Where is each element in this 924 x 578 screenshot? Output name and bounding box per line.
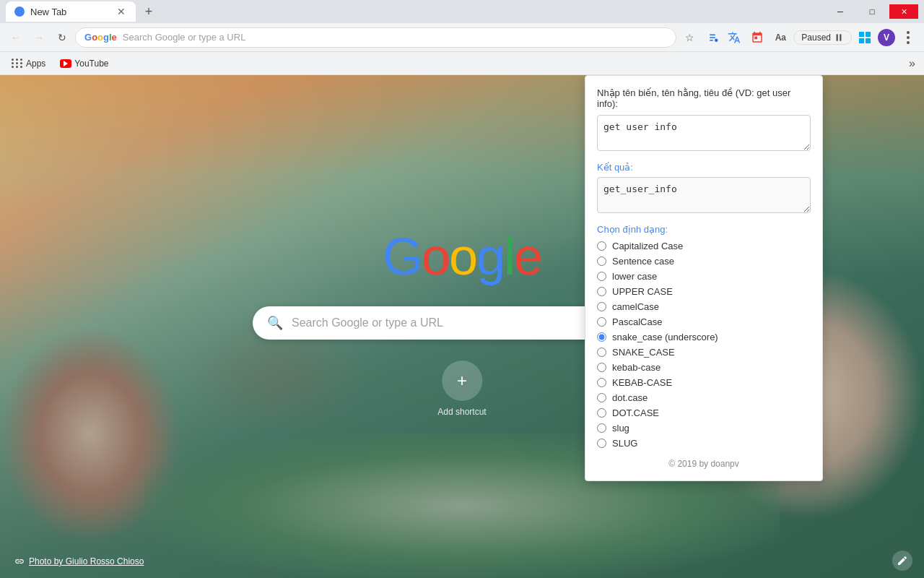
search-placeholder-text: Search Google or type a URL <box>292 316 443 329</box>
format-label-kebab_upper: KEBAB-CASE <box>612 377 672 388</box>
close-button[interactable]: ✕ <box>889 4 918 19</box>
svg-rect-4 <box>866 32 871 37</box>
bookmarks-more-button[interactable]: » <box>906 56 918 72</box>
tab-favicon <box>14 7 25 17</box>
panel-footer: © 2019 by doanpv <box>597 459 811 469</box>
add-icon: + <box>457 371 467 391</box>
svg-rect-1 <box>837 34 838 40</box>
format-label-camel: camelCase <box>612 301 659 312</box>
format-radio-capitalized[interactable] <box>597 241 606 251</box>
format-label-snake: snake_case (underscore) <box>612 332 718 342</box>
window-controls: ─ □ ✕ <box>826 4 918 19</box>
result-output[interactable] <box>597 177 811 213</box>
format-option-kebab[interactable]: kebab-case <box>597 362 811 373</box>
add-shortcut-label: Add shortcut <box>437 407 486 417</box>
format-label: Chọn định dạng: <box>597 224 811 235</box>
format-radio-snake_upper[interactable] <box>597 348 606 357</box>
format-radio-dot[interactable] <box>597 393 606 402</box>
windows-icon[interactable] <box>855 27 875 48</box>
format-radio-lower[interactable] <box>597 272 606 281</box>
customize-button[interactable] <box>892 551 912 571</box>
extension-icons <box>702 27 744 48</box>
link-icon <box>14 556 25 566</box>
format-radio-slug[interactable] <box>597 423 606 433</box>
format-label-kebab: kebab-case <box>612 362 661 373</box>
apps-grid-icon <box>12 59 23 68</box>
result-label: Kết quả: <box>597 162 811 173</box>
translate-icon[interactable] <box>724 27 744 48</box>
paused-badge[interactable]: Paused <box>793 30 852 45</box>
bookmark-youtube[interactable]: YouTube <box>54 56 114 72</box>
format-option-snake_upper[interactable]: SNAKE_CASE <box>597 347 811 358</box>
add-shortcut-button[interactable]: + Add shortcut <box>437 361 486 417</box>
format-option-slug_upper[interactable]: SLUG <box>597 438 811 449</box>
apps-label: Apps <box>26 59 45 69</box>
title-bar: New Tab ✕ + ─ □ ✕ <box>0 0 924 23</box>
photo-credit[interactable]: Photo by Giulio Rosso Chioso <box>14 556 144 566</box>
format-radio-pascal[interactable] <box>597 317 606 327</box>
chrome-menu-button[interactable] <box>898 27 918 48</box>
format-option-snake[interactable]: snake_case (underscore) <box>597 332 811 342</box>
format-option-sentence[interactable]: Sentence case <box>597 256 811 267</box>
format-label-dot_upper: DOT.CASE <box>612 407 659 418</box>
format-label-slug: slug <box>612 423 629 434</box>
format-radio-slug_upper[interactable] <box>597 439 606 448</box>
bookmarks-bar: Apps YouTube » <box>0 52 924 75</box>
tab-title: New Tab <box>30 7 66 17</box>
bookmark-star-button[interactable]: ☆ <box>679 27 699 48</box>
format-option-upper[interactable]: UPPER CASE <box>597 286 811 297</box>
youtube-label: YouTube <box>74 59 108 69</box>
format-radio-kebab[interactable] <box>597 363 606 372</box>
user-avatar-button[interactable]: V <box>878 29 895 46</box>
minimize-button[interactable]: ─ <box>826 4 855 19</box>
svg-rect-3 <box>859 32 864 37</box>
forward-button[interactable]: → <box>29 27 49 48</box>
extension-panel: Nhập tên biến, tên hằng, tiêu đề (VD: ge… <box>585 75 823 481</box>
new-tab-button[interactable]: + <box>139 1 159 22</box>
maximize-button[interactable]: □ <box>858 4 886 19</box>
paint-icon[interactable] <box>702 27 723 48</box>
browser-toolbar: ← → ↻ Google Search Google or type a URL… <box>0 23 924 52</box>
format-label-dot: dot.case <box>612 392 648 403</box>
format-label-snake_upper: SNAKE_CASE <box>612 347 675 358</box>
address-bar[interactable]: Google Search Google or type a URL <box>75 27 676 48</box>
format-radio-sentence[interactable] <box>597 256 606 266</box>
main-content: Google 🔍 Search Google or type a URL + A… <box>0 75 924 578</box>
svg-rect-6 <box>866 38 871 43</box>
format-options: Capitalized CaseSentence caselower caseU… <box>597 241 811 449</box>
refresh-button[interactable]: ↻ <box>52 27 72 48</box>
back-button[interactable]: ← <box>6 27 26 48</box>
address-text: Search Google or type a URL <box>123 32 246 43</box>
format-option-camel[interactable]: camelCase <box>597 301 811 312</box>
format-option-dot[interactable]: dot.case <box>597 392 811 403</box>
photo-credit-text: Photo by Giulio Rosso Chioso <box>29 556 144 566</box>
youtube-icon <box>60 59 71 68</box>
format-option-dot_upper[interactable]: DOT.CASE <box>597 407 811 418</box>
tab-close-button[interactable]: ✕ <box>116 6 127 17</box>
paused-label: Paused <box>801 33 831 43</box>
input-label: Nhập tên biến, tên hằng, tiêu đề (VD: ge… <box>597 87 811 109</box>
svg-rect-2 <box>840 34 841 40</box>
format-option-capitalized[interactable]: Capitalized Case <box>597 241 811 251</box>
variable-input[interactable] <box>597 115 811 151</box>
format-radio-camel[interactable] <box>597 302 606 311</box>
format-radio-dot_upper[interactable] <box>597 408 606 418</box>
browser-tab[interactable]: New Tab ✕ <box>6 1 136 22</box>
edit-icon <box>897 555 908 566</box>
format-radio-snake[interactable] <box>597 332 606 342</box>
format-option-lower[interactable]: lower case <box>597 271 811 282</box>
format-option-kebab_upper[interactable]: KEBAB-CASE <box>597 377 811 388</box>
format-label-pascal: PascalCase <box>612 316 662 327</box>
format-label-slug_upper: SLUG <box>612 438 637 449</box>
format-label-upper: UPPER CASE <box>612 286 673 297</box>
calendar-icon[interactable] <box>747 27 767 48</box>
format-option-pascal[interactable]: PascalCase <box>597 316 811 327</box>
format-option-slug[interactable]: slug <box>597 423 811 434</box>
format-radio-upper[interactable] <box>597 287 606 296</box>
format-radio-kebab_upper[interactable] <box>597 378 606 387</box>
add-shortcut-circle: + <box>442 361 482 401</box>
search-magnifier-icon: 🔍 <box>267 315 283 331</box>
google-logo: Google <box>383 227 541 286</box>
bookmark-apps[interactable]: Apps <box>6 56 51 72</box>
font-size-icon[interactable]: Aa <box>770 27 790 48</box>
